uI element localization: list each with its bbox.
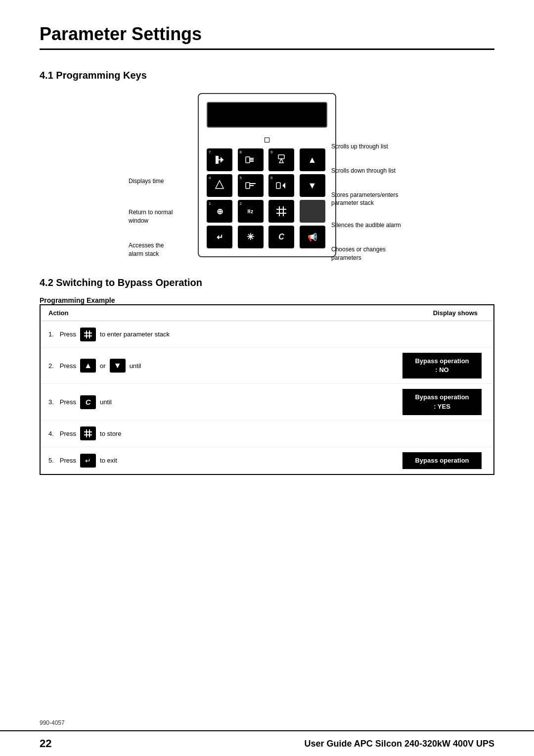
table-row-4: 4. Press to store bbox=[41, 421, 493, 447]
row-4-key-grid bbox=[80, 426, 96, 440]
example-table: Action Display shows 1. Press bbox=[40, 304, 494, 475]
key-9[interactable]: 9 bbox=[268, 148, 294, 171]
bypass-yes-label: Bypass operation: YES bbox=[415, 393, 469, 410]
annotation-scrolls-up: Scrolls up through list bbox=[331, 142, 405, 151]
key-3-grid[interactable] bbox=[268, 200, 294, 223]
row-4-num: 4. bbox=[48, 430, 54, 437]
row-2-key-down: ▼ bbox=[110, 359, 126, 373]
row-4-press: Press bbox=[60, 430, 76, 437]
main-content: 4.1 Programming Keys Displays time Retur… bbox=[0, 70, 534, 602]
row-1-press: Press bbox=[60, 331, 76, 338]
col-display-header: Display shows bbox=[387, 309, 486, 317]
table-row-1: 1. Press to enter parameter stack bbox=[41, 321, 493, 348]
row-5-key-enter: ↵ bbox=[80, 454, 96, 468]
bypass-exit-label: Bypass operation bbox=[415, 457, 469, 464]
key-8[interactable]: 8 bbox=[238, 148, 264, 171]
doc-number: 990-4057 bbox=[0, 709, 534, 730]
table-row-2: 2. Press ▲ or ▼ until Bypass operation: … bbox=[41, 348, 493, 384]
page-footer: 22 User Guide APC Silcon 240-320kW 400V … bbox=[0, 730, 534, 756]
row-1-key-grid bbox=[80, 328, 96, 341]
keypad-grid: 7 8 9 ▲ bbox=[207, 148, 327, 248]
annotation-displays-time: Displays time bbox=[129, 177, 173, 186]
footer-doc-title: User Guide APC Silcon 240-320kW 400V UPS bbox=[305, 739, 495, 749]
keypad-body: 7 8 9 ▲ bbox=[198, 93, 336, 257]
bypass-no-label: Bypass operation: NO bbox=[415, 357, 469, 374]
annotation-return-normal: Return to normalwindow bbox=[129, 208, 173, 225]
footer-page-number: 22 bbox=[40, 737, 51, 750]
row-2-num: 2. bbox=[48, 362, 54, 370]
row-2-key-up: ▲ bbox=[80, 359, 96, 373]
section-42-title: 4.2 Switching to Bypass Operation bbox=[40, 277, 494, 288]
keypad-diagram: Displays time Return to normalwindow Acc… bbox=[40, 93, 494, 257]
svg-rect-13 bbox=[276, 183, 280, 189]
row-5-num: 5. bbox=[48, 457, 54, 464]
row-2-press: Press bbox=[60, 362, 76, 370]
key-4[interactable]: 4 bbox=[207, 174, 232, 197]
row-4-text: to store bbox=[100, 430, 121, 437]
row-3-num: 3. bbox=[48, 398, 54, 406]
action-col-4: 4. Press to store bbox=[48, 426, 387, 440]
annotation-chooses-changes: Chooses or changes parameters bbox=[331, 245, 405, 262]
svg-marker-14 bbox=[282, 183, 285, 189]
row-2-until: until bbox=[130, 362, 141, 370]
display-badge-3: Bypass operation: YES bbox=[402, 389, 482, 415]
row-1-text: to enter parameter stack bbox=[100, 331, 170, 338]
action-col-3: 3. Press C until bbox=[48, 395, 387, 409]
action-col-1: 1. Press to enter parameter stack bbox=[48, 328, 387, 341]
keypad-screen bbox=[207, 102, 327, 128]
svg-marker-9 bbox=[216, 181, 223, 189]
page-wrapper: Parameter Settings 4.1 Programming Keys … bbox=[0, 0, 534, 756]
key-empty bbox=[300, 200, 325, 223]
display-col-5: Bypass operation bbox=[387, 452, 486, 469]
key-star[interactable]: ✳ bbox=[238, 226, 264, 248]
key-down-arrow[interactable]: ▼ bbox=[300, 174, 325, 197]
key-bell[interactable]: 📢 bbox=[300, 226, 325, 248]
programming-example-title: Programming Example bbox=[40, 296, 494, 304]
row-5-text: to exit bbox=[100, 457, 117, 464]
display-col-2: Bypass operation: NO bbox=[387, 353, 486, 378]
keypad-indicator bbox=[265, 138, 269, 142]
page-title: Parameter Settings bbox=[40, 24, 494, 45]
annotation-scrolls-down: Scrolls down through list bbox=[331, 167, 405, 175]
annotation-stores-params: Stores parameters/enters parameter stack bbox=[331, 191, 405, 208]
svg-marker-8 bbox=[279, 159, 283, 163]
annotation-silences-alarm: Silences the audible alarm bbox=[331, 221, 405, 230]
svg-marker-2 bbox=[221, 157, 223, 163]
row-2-or: or bbox=[100, 362, 106, 370]
key-7[interactable]: 7 bbox=[207, 148, 232, 171]
col-action-header: Action bbox=[48, 309, 387, 317]
section-41-title: 4.1 Programming Keys bbox=[40, 70, 494, 81]
action-col-5: 5. Press ↵ to exit bbox=[48, 454, 387, 468]
row-3-until: until bbox=[100, 398, 112, 406]
key-c[interactable]: C bbox=[268, 226, 294, 248]
table-header: Action Display shows bbox=[41, 305, 493, 321]
keypad-container: Displays time Return to normalwindow Acc… bbox=[129, 93, 405, 257]
title-underline bbox=[40, 48, 494, 50]
row-3-press: Press bbox=[60, 398, 76, 406]
display-badge-5: Bypass operation bbox=[402, 452, 482, 469]
key-6[interactable]: 6 bbox=[268, 174, 294, 197]
svg-rect-10 bbox=[246, 183, 250, 189]
action-col-2: 2. Press ▲ or ▼ until bbox=[48, 359, 387, 373]
page-spacer bbox=[0, 602, 534, 709]
page-header: Parameter Settings bbox=[0, 0, 534, 70]
table-row-5: 5. Press ↵ to exit Bypass operation bbox=[41, 447, 493, 474]
key-up-arrow[interactable]: ▲ bbox=[300, 148, 325, 171]
row-1-num: 1. bbox=[48, 331, 54, 338]
key-enter[interactable]: ↵ bbox=[207, 226, 232, 248]
table-row-3: 3. Press C until Bypass operation: YES bbox=[41, 384, 493, 420]
annotation-alarm-stack: Accesses thealarm stack bbox=[129, 241, 173, 258]
svg-rect-3 bbox=[246, 157, 250, 163]
row-5-press: Press bbox=[60, 457, 76, 464]
display-col-3: Bypass operation: YES bbox=[387, 389, 486, 415]
row-3-key-c: C bbox=[80, 395, 96, 409]
key-2[interactable]: 2 Hz bbox=[238, 200, 264, 223]
key-1-time[interactable]: 1 ⊕ bbox=[207, 200, 232, 223]
display-badge-2: Bypass operation: NO bbox=[402, 353, 482, 378]
key-5[interactable]: 5 bbox=[238, 174, 264, 197]
